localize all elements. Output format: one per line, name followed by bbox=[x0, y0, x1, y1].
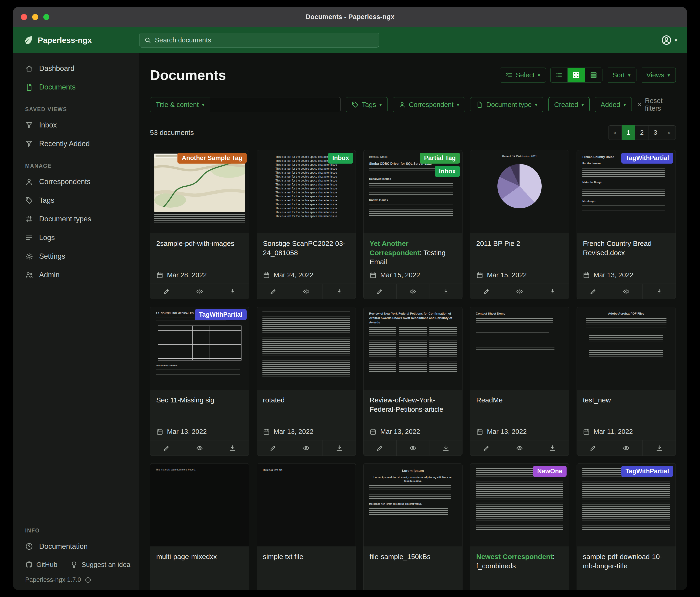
view-document-button[interactable] bbox=[183, 440, 216, 456]
view-document-button[interactable] bbox=[183, 284, 216, 299]
download-document-button[interactable] bbox=[429, 284, 462, 299]
document-thumbnail[interactable]: This is a test for the double space char… bbox=[257, 150, 356, 233]
document-card[interactable]: 1.1. CONTINUING MEDICAL EDUCAAttestation… bbox=[150, 307, 249, 456]
sidebar-item-suggest-an-idea[interactable]: Suggest an idea bbox=[70, 561, 130, 569]
document-thumbnail[interactable]: Review of New York Federal Petitions for… bbox=[364, 307, 462, 390]
document-thumbnail[interactable] bbox=[257, 307, 356, 390]
document-card[interactable]: This is a multi page document. Page 1.mu… bbox=[150, 463, 249, 590]
view-document-button[interactable] bbox=[396, 284, 429, 299]
download-document-button[interactable] bbox=[536, 284, 569, 299]
tags-filter-dropdown[interactable]: Tags ▾ bbox=[346, 97, 388, 112]
document-title[interactable]: ReadMe bbox=[476, 396, 563, 405]
document-thumbnail[interactable]: Contact Sheet Demo bbox=[470, 307, 569, 390]
document-title[interactable]: Sec 11-Missing sig bbox=[156, 396, 243, 405]
sidebar-item-dashboard[interactable]: Dashboard bbox=[13, 59, 139, 78]
title-content-dropdown[interactable]: Title & content ▾ bbox=[150, 97, 210, 112]
document-type-filter-dropdown[interactable]: Document type ▾ bbox=[470, 97, 543, 112]
created-filter-dropdown[interactable]: Created ▾ bbox=[548, 97, 590, 112]
download-document-button[interactable] bbox=[323, 284, 356, 299]
sidebar-item-admin[interactable]: Admin bbox=[13, 266, 139, 284]
document-title[interactable]: sample-pdf-download-10-mb-longer-title bbox=[583, 552, 670, 570]
pagination-page-3[interactable]: 3 bbox=[649, 125, 662, 140]
tag-badge[interactable]: TagWithPartial bbox=[621, 466, 673, 477]
document-thumbnail[interactable]: This is a multi page document. Page 1. bbox=[150, 463, 249, 546]
document-card[interactable]: French Country BreadFor the Leaven:Make … bbox=[577, 150, 676, 299]
document-title[interactable]: 2sample-pdf-with-images bbox=[156, 239, 243, 248]
document-card[interactable]: Lorem ipsumLorem ipsum dolor sit amet, c… bbox=[363, 463, 462, 590]
sidebar-item-logs[interactable]: Logs bbox=[13, 229, 139, 247]
download-document-button[interactable] bbox=[536, 440, 569, 456]
download-document-button[interactable] bbox=[643, 440, 676, 456]
sidebar-item-recently-added[interactable]: Recently Added bbox=[13, 135, 139, 153]
download-document-button[interactable] bbox=[216, 284, 249, 299]
document-thumbnail[interactable]: This is a test file. bbox=[257, 463, 356, 546]
sidebar-item-correspondents[interactable]: Correspondents bbox=[13, 172, 139, 191]
pagination-next[interactable]: » bbox=[662, 125, 676, 140]
sidebar-item-document-types[interactable]: Document types bbox=[13, 210, 139, 229]
document-card[interactable]: NewOneNewest Correspondent: f_combineds bbox=[470, 463, 569, 590]
edit-document-button[interactable] bbox=[577, 284, 610, 299]
minimize-window-button[interactable] bbox=[32, 14, 38, 20]
view-document-button[interactable] bbox=[503, 284, 536, 299]
sidebar-item-documents[interactable]: Documents bbox=[13, 78, 139, 96]
document-title[interactable]: multi-page-mixedxx bbox=[156, 552, 243, 562]
document-thumbnail[interactable]: Another Sample Tag bbox=[150, 150, 249, 233]
document-thumbnail[interactable]: TagWithPartial bbox=[577, 463, 676, 546]
fullscreen-window-button[interactable] bbox=[43, 14, 49, 20]
document-card[interactable]: Contact Sheet DemoReadMeMar 13, 2022 bbox=[470, 307, 569, 456]
pagination-prev[interactable]: « bbox=[608, 125, 622, 140]
tag-badge[interactable]: NewOne bbox=[533, 466, 567, 477]
added-filter-dropdown[interactable]: Added ▾ bbox=[595, 97, 631, 112]
user-menu-button[interactable]: ▾ bbox=[661, 35, 677, 45]
tag-badge[interactable]: TagWithPartial bbox=[621, 152, 673, 164]
filter-query-input[interactable] bbox=[210, 97, 341, 112]
edit-document-button[interactable] bbox=[257, 440, 290, 456]
document-card[interactable]: Patient BP Distribution 20112011 BP Pie … bbox=[470, 150, 569, 299]
sidebar-item-github[interactable]: GitHub bbox=[25, 561, 57, 569]
download-document-button[interactable] bbox=[643, 284, 676, 299]
pagination-page-1[interactable]: 1 bbox=[622, 125, 635, 140]
document-thumbnail[interactable]: Adobe Acrobat PDF Files bbox=[577, 307, 676, 390]
document-title[interactable]: Yet Another Correspondent: Testing Email bbox=[370, 239, 456, 267]
view-document-button[interactable] bbox=[610, 284, 643, 299]
tag-badge[interactable]: Partial Tag bbox=[420, 152, 460, 164]
document-thumbnail[interactable]: Release NotesSimba ODBC Driver for SQL S… bbox=[364, 150, 462, 233]
view-document-button[interactable] bbox=[396, 440, 429, 456]
document-card[interactable]: TagWithPartialsample-pdf-download-10-mb-… bbox=[577, 463, 676, 590]
tag-badge[interactable]: Inbox bbox=[435, 166, 460, 177]
sidebar-item-inbox[interactable]: Inbox bbox=[13, 116, 139, 135]
document-title[interactable]: file-sample_150kBs bbox=[370, 552, 456, 562]
document-correspondent[interactable]: Yet Another Correspondent bbox=[370, 240, 420, 257]
sort-dropdown[interactable]: Sort ▾ bbox=[607, 68, 636, 82]
document-title[interactable]: French Country Bread Revised.docx bbox=[583, 239, 670, 257]
view-mode-grid-button[interactable] bbox=[568, 68, 585, 82]
document-thumbnail[interactable]: Lorem ipsumLorem ipsum dolor sit amet, c… bbox=[364, 463, 462, 546]
search-input[interactable] bbox=[155, 37, 374, 44]
sidebar-item-settings[interactable]: Settings bbox=[13, 247, 139, 266]
edit-document-button[interactable] bbox=[364, 440, 396, 456]
edit-document-button[interactable] bbox=[364, 284, 396, 299]
views-dropdown[interactable]: Views ▾ bbox=[641, 68, 676, 82]
correspondent-filter-dropdown[interactable]: Correspondent ▾ bbox=[393, 97, 465, 112]
edit-document-button[interactable] bbox=[577, 440, 610, 456]
document-card[interactable]: This is a test file.simple txt file bbox=[257, 463, 356, 590]
edit-document-button[interactable] bbox=[257, 284, 290, 299]
document-title[interactable]: 2011 BP Pie 2 bbox=[476, 239, 563, 248]
view-document-button[interactable] bbox=[503, 440, 536, 456]
tag-badge[interactable]: Another Sample Tag bbox=[177, 152, 247, 164]
app-brand[interactable]: Paperless-ngx bbox=[23, 35, 139, 45]
sidebar-item-tags[interactable]: Tags bbox=[13, 191, 139, 210]
document-card[interactable]: This is a test for the double space char… bbox=[257, 150, 356, 299]
view-mode-details-button[interactable] bbox=[585, 68, 602, 82]
document-title[interactable]: test_new bbox=[583, 396, 670, 405]
select-dropdown[interactable]: Select ▾ bbox=[500, 68, 546, 82]
tag-badge[interactable]: TagWithPartial bbox=[195, 309, 247, 320]
document-thumbnail[interactable]: Patient BP Distribution 2011 bbox=[470, 150, 569, 233]
edit-document-button[interactable] bbox=[150, 284, 183, 299]
document-thumbnail[interactable]: NewOne bbox=[470, 463, 569, 546]
document-title[interactable]: simple txt file bbox=[263, 552, 350, 562]
close-window-button[interactable] bbox=[21, 14, 27, 20]
info-icon[interactable] bbox=[85, 577, 91, 583]
view-document-button[interactable] bbox=[290, 284, 323, 299]
document-card[interactable]: Another Sample Tag2sample-pdf-with-image… bbox=[150, 150, 249, 299]
